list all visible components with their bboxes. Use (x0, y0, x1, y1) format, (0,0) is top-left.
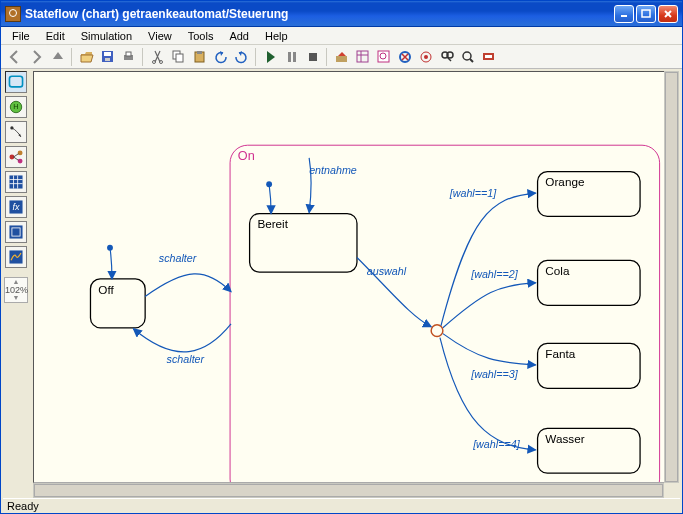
menu-item-simulation[interactable]: Simulation (74, 29, 139, 43)
default-transition-off[interactable] (110, 248, 112, 279)
svg-rect-19 (357, 51, 368, 62)
transition-wahl1[interactable] (441, 193, 536, 326)
transition-wahl3[interactable] (443, 334, 536, 365)
svg-rect-12 (176, 54, 183, 62)
transition-schalter[interactable] (133, 324, 231, 352)
toolbar (1, 45, 682, 69)
state-label-on: On (238, 149, 255, 163)
history-junction-tool[interactable]: H (5, 96, 27, 118)
state-label-bereit: Bereit (257, 217, 288, 230)
state-label-off: Off (98, 283, 114, 296)
transition-label: [wahl==2] (470, 268, 519, 280)
paste-icon[interactable] (189, 47, 209, 67)
horizontal-scrollbar[interactable] (33, 483, 664, 498)
window-buttons (614, 5, 678, 23)
transition-label: schalter (159, 252, 197, 264)
default-transition-bereit[interactable] (269, 184, 271, 213)
save-icon[interactable] (97, 47, 117, 67)
tool-palette: Hfx▲102%▼ (3, 71, 29, 303)
copy-icon[interactable] (168, 47, 188, 67)
target-icon[interactable] (415, 47, 435, 67)
forward-icon[interactable] (26, 47, 46, 67)
pause-icon[interactable] (281, 47, 301, 67)
svg-rect-42 (9, 225, 22, 238)
svg-point-10 (159, 61, 162, 64)
menu-item-edit[interactable]: Edit (39, 29, 72, 43)
titlebar[interactable]: Stateflow (chart) getraenkeautomat/Steue… (1, 1, 682, 27)
transition-label: schalter (167, 353, 205, 365)
play-icon[interactable] (260, 47, 280, 67)
transition-label: auswahl (367, 265, 407, 277)
svg-point-28 (463, 52, 471, 60)
box-tool[interactable] (5, 221, 27, 243)
maximize-button[interactable] (636, 5, 656, 23)
toolbar-separator (326, 48, 327, 66)
window-title: Stateflow (chart) getraenkeautomat/Steue… (25, 7, 288, 21)
model-explorer-icon[interactable] (352, 47, 372, 67)
truth-table-tool[interactable] (5, 171, 27, 193)
build-icon[interactable] (331, 47, 351, 67)
redo-icon[interactable] (231, 47, 251, 67)
toolbar-separator (71, 48, 72, 66)
find-icon[interactable] (436, 47, 456, 67)
transition-label: [wahl==3] (470, 368, 519, 380)
zoom-icon[interactable] (457, 47, 477, 67)
minimize-button[interactable] (614, 5, 634, 23)
state-label-fanta: Fanta (545, 347, 575, 360)
svg-text:fx: fx (12, 202, 20, 212)
zoom-level[interactable]: ▲102%▼ (4, 277, 28, 303)
print-icon[interactable] (118, 47, 138, 67)
connective-junction-tool[interactable] (5, 146, 27, 168)
state-tool[interactable] (5, 71, 27, 93)
embedded-matlab-tool[interactable] (5, 246, 27, 268)
svg-point-37 (18, 150, 23, 155)
debug-icon[interactable] (394, 47, 414, 67)
default-transition-tool[interactable] (5, 121, 27, 143)
svg-line-29 (470, 59, 473, 62)
toolbar-separator (255, 48, 256, 66)
open-icon[interactable] (76, 47, 96, 67)
transition-label: [wahl==4] (472, 438, 521, 450)
transition-wahl2[interactable] (443, 283, 536, 328)
svg-text:H: H (13, 102, 18, 111)
statechart-svg: OffOnBereitOrangeColaFantaWasserschalter… (34, 72, 678, 482)
state-label-wasser: Wasser (545, 432, 584, 445)
stop-icon[interactable] (302, 47, 322, 67)
toolbar-separator (142, 48, 143, 66)
menu-item-help[interactable]: Help (258, 29, 295, 43)
vertical-scrollbar[interactable] (664, 71, 679, 483)
transition-label: [wahl==1] (449, 187, 498, 199)
transition-schalter[interactable] (145, 274, 231, 297)
transition-wahl4[interactable] (440, 338, 536, 450)
svg-rect-6 (105, 58, 110, 61)
svg-rect-5 (104, 52, 111, 56)
menu-item-view[interactable]: View (141, 29, 179, 43)
junction[interactable] (431, 325, 443, 337)
function-tool[interactable]: fx (5, 196, 27, 218)
svg-rect-15 (288, 52, 291, 62)
chart-icon[interactable] (373, 47, 393, 67)
close-button[interactable] (658, 5, 678, 23)
svg-rect-8 (126, 52, 131, 56)
svg-rect-14 (197, 51, 202, 54)
menubar: FileEditSimulationViewToolsAddHelp (1, 27, 682, 45)
menu-item-tools[interactable]: Tools (181, 29, 221, 43)
svg-rect-31 (485, 55, 492, 58)
svg-rect-32 (9, 76, 22, 87)
state-label-orange: Orange (545, 175, 584, 188)
svg-rect-39 (9, 175, 22, 188)
transition-label: entnahme (309, 164, 357, 176)
simulink-icon[interactable] (478, 47, 498, 67)
up-icon[interactable] (47, 47, 67, 67)
undo-icon[interactable] (210, 47, 230, 67)
menu-item-add[interactable]: Add (222, 29, 256, 43)
menu-item-file[interactable]: File (5, 29, 37, 43)
svg-point-9 (152, 61, 155, 64)
svg-point-38 (18, 159, 23, 164)
cut-icon[interactable] (147, 47, 167, 67)
svg-rect-18 (336, 56, 347, 62)
chart-canvas[interactable]: OffOnBereitOrangeColaFantaWasserschalter… (33, 71, 679, 483)
status-text: Ready (7, 500, 39, 512)
back-icon[interactable] (5, 47, 25, 67)
svg-rect-1 (642, 10, 650, 17)
